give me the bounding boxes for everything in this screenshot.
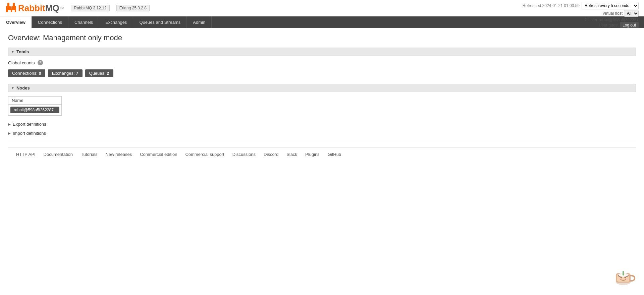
refresh-select[interactable]: Refresh every 5 seconds Refresh every 10… [582, 2, 639, 9]
svg-rect-3 [13, 3, 15, 7]
logo-tm-text: TM [59, 6, 64, 10]
export-definitions-section: ▶ Export definitions [8, 121, 636, 127]
node-link[interactable]: rabbit@598a5f362287 [10, 107, 59, 113]
user-label: User [599, 23, 607, 27]
footer-link-tutorials[interactable]: Tutorials [81, 152, 97, 157]
footer-link-discord[interactable]: Discord [264, 152, 278, 157]
exchanges-count: 7 [76, 71, 78, 76]
footer-divider [8, 142, 636, 142]
logo-mq-text: MQ [45, 3, 59, 13]
footer-link-commercial-support[interactable]: Commercial support [185, 152, 224, 157]
refresh-row: Refreshed 2024-01-21 01:03:59 Refresh ev… [523, 2, 639, 9]
vhost-select[interactable]: All / [624, 10, 639, 17]
footer-link-plugins[interactable]: Plugins [305, 152, 320, 157]
top-right-info: Refreshed 2024-01-21 01:03:59 Refresh ev… [523, 2, 639, 28]
connections-badge[interactable]: Connections: 0 [8, 69, 45, 77]
count-badges: Connections: 0 Exchanges: 7 Queues: 2 [8, 69, 636, 77]
queues-badge[interactable]: Queues: 2 [85, 69, 113, 77]
nav-item-overview[interactable]: Overview [0, 16, 32, 28]
logo-area: RabbitMQTM RabbitMQ 3.12.12 Erlang 25.3.… [5, 3, 150, 13]
import-arrow-icon: ▶ [8, 131, 11, 135]
nodes-section-title: Nodes [16, 85, 30, 91]
nodes-section-header[interactable]: ▼ Nodes [8, 84, 636, 92]
logo-rabbit-text: Rabbit [18, 3, 45, 13]
queues-count: 2 [107, 71, 109, 76]
export-definitions-title: Export definitions [13, 122, 46, 127]
footer-link-commercial-edition[interactable]: Commercial edition [140, 152, 177, 157]
refreshed-label: Refreshed 2024-01-21 01:03:59 [523, 3, 580, 8]
footer-link-documentation[interactable]: Documentation [44, 152, 73, 157]
nav-item-exchanges[interactable]: Exchanges [99, 16, 133, 28]
vhost-label: Virtual host [602, 11, 623, 16]
global-counts-label: Global counts [8, 60, 35, 65]
svg-rect-2 [7, 3, 9, 7]
global-counts-row: Global counts ? [8, 60, 636, 65]
import-definitions-header[interactable]: ▶ Import definitions [8, 130, 636, 136]
connections-count: 0 [39, 71, 41, 76]
header: RabbitMQTM RabbitMQ 3.12.12 Erlang 25.3.… [0, 0, 644, 16]
nav-item-queues[interactable]: Queues and Streams [133, 16, 187, 28]
cluster-label: Cluster [585, 17, 597, 22]
logo[interactable]: RabbitMQTM [5, 3, 64, 13]
user-row: User guest Log out [523, 22, 639, 28]
nav-item-channels[interactable]: Channels [68, 16, 99, 28]
nodes-col-name: Name [8, 97, 61, 105]
footer-link-new-releases[interactable]: New releases [105, 152, 132, 157]
import-definitions-title: Import definitions [13, 131, 46, 136]
refresh-timestamp: 2024-01-21 01:03:59 [542, 3, 580, 8]
rabbit-logo-icon [5, 3, 17, 13]
user-value: guest [609, 23, 619, 27]
global-counts-help-icon[interactable]: ? [38, 60, 43, 65]
rabbitmq-version-badge: RabbitMQ 3.12.12 [71, 5, 109, 11]
footer-link-github[interactable]: GitHub [328, 152, 341, 157]
vhost-row: Virtual host All / [523, 10, 639, 17]
cluster-row: Cluster rabbit@598a5f362287 [523, 17, 639, 22]
cluster-value: rabbit@598a5f362287 [599, 17, 639, 22]
nodes-table: Name rabbit@598a5f362287 [8, 96, 62, 116]
export-arrow-icon: ▶ [8, 122, 11, 126]
footer: HTTP API Documentation Tutorials New rel… [8, 148, 636, 161]
erlang-version-badge: Erlang 25.3.2.8 [116, 5, 150, 11]
exchanges-badge[interactable]: Exchanges: 7 [48, 69, 83, 77]
nav-item-connections[interactable]: Connections [32, 16, 68, 28]
totals-arrow-icon: ▼ [11, 50, 14, 54]
footer-link-slack[interactable]: Slack [286, 152, 297, 157]
totals-section-header[interactable]: ▼ Totals [8, 48, 636, 56]
page-title: Overview: Management only mode [8, 34, 636, 42]
logout-button[interactable]: Log out [620, 22, 639, 28]
svg-rect-6 [12, 10, 15, 12]
main-content: Overview: Management only mode ▼ Totals … [0, 28, 644, 166]
svg-rect-5 [8, 10, 11, 12]
nav-item-admin[interactable]: Admin [187, 16, 212, 28]
nodes-arrow-icon: ▼ [11, 86, 14, 90]
footer-link-discussions[interactable]: Discussions [232, 152, 256, 157]
export-definitions-header[interactable]: ▶ Export definitions [8, 121, 636, 127]
footer-link-http-api[interactable]: HTTP API [16, 152, 36, 157]
totals-section-title: Totals [16, 49, 29, 54]
import-definitions-section: ▶ Import definitions [8, 130, 636, 136]
